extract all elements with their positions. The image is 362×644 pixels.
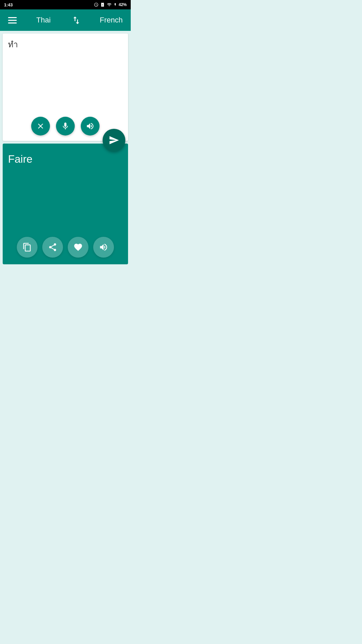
menu-button[interactable] xyxy=(8,17,17,23)
main-content: ทำ Faire xyxy=(0,34,131,264)
clear-button[interactable] xyxy=(31,117,50,136)
copy-button[interactable] xyxy=(17,237,38,258)
swap-languages-button[interactable] xyxy=(69,15,81,25)
translate-button[interactable] xyxy=(103,129,125,152)
input-action-buttons xyxy=(31,117,100,136)
charging-icon xyxy=(114,2,117,7)
status-bar: 1:43 42% xyxy=(0,0,131,9)
alarm-icon xyxy=(94,2,99,7)
output-action-buttons xyxy=(17,237,114,258)
status-icons: 42% xyxy=(94,2,127,7)
app-header: Thai French xyxy=(0,9,131,31)
share-button[interactable] xyxy=(42,237,63,258)
status-time: 1:43 xyxy=(4,2,13,7)
speak-output-button[interactable] xyxy=(93,237,114,258)
translated-text: Faire xyxy=(8,152,123,167)
target-language[interactable]: French xyxy=(100,16,123,24)
input-section: ทำ xyxy=(3,34,128,141)
output-section: Faire xyxy=(3,144,128,264)
source-language[interactable]: Thai xyxy=(36,16,51,24)
sim-icon xyxy=(100,2,105,7)
source-text-input[interactable]: ทำ xyxy=(8,39,123,106)
favorite-button[interactable] xyxy=(68,237,88,258)
signal-icon xyxy=(107,2,112,7)
speak-input-button[interactable] xyxy=(81,117,100,136)
battery-level: 42% xyxy=(119,2,127,7)
microphone-button[interactable] xyxy=(56,117,75,136)
